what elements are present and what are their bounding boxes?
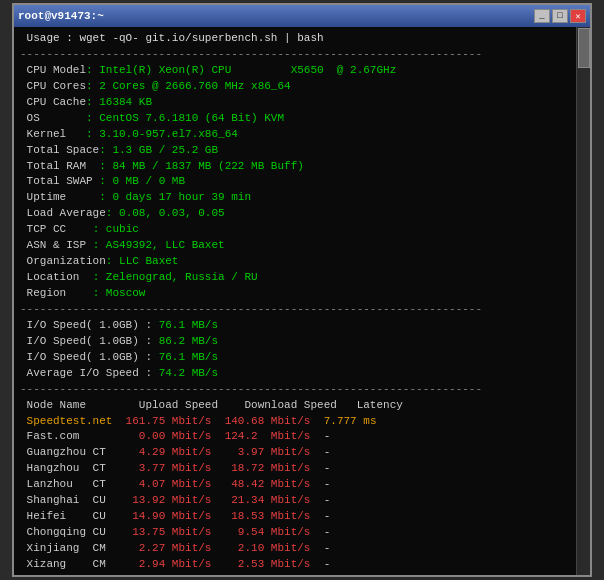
- table-row: Speedtest.net 161.75 Mbit/s 140.68 Mbit/…: [20, 414, 568, 430]
- speed-table: Speedtest.net 161.75 Mbit/s 140.68 Mbit/…: [20, 414, 568, 573]
- table-row: Lanzhou CT 4.07 Mbit/s 48.42 Mbit/s -: [20, 477, 568, 493]
- io-line: I/O Speed( 1.0GB) : 86.2 MB/s: [20, 334, 568, 350]
- separator-4: ----------------------------------------…: [20, 573, 568, 575]
- table-row: Xizang CM 2.94 Mbit/s 2.53 Mbit/s -: [20, 557, 568, 573]
- table-row: Shanghai CU 13.92 Mbit/s 21.34 Mbit/s -: [20, 493, 568, 509]
- io-line: Average I/O Speed : 74.2 MB/s: [20, 366, 568, 382]
- table-header: Node Name Upload Speed Download Speed La…: [20, 398, 568, 414]
- table-row: Xinjiang CM 2.27 Mbit/s 2.10 Mbit/s -: [20, 541, 568, 557]
- sysinfo-line: Organization: LLC Baxet: [20, 254, 568, 270]
- usage-line: Usage : wget -qO- git.io/superbench.sh |…: [20, 31, 568, 47]
- io-line: I/O Speed( 1.0GB) : 76.1 MB/s: [20, 318, 568, 334]
- table-row: Guangzhou CT 4.29 Mbit/s 3.97 Mbit/s -: [20, 445, 568, 461]
- sysinfo-line: Load Average: 0.08, 0.03, 0.05: [20, 206, 568, 222]
- sysinfo-line: Total SWAP : 0 MB / 0 MB: [20, 174, 568, 190]
- titlebar: root@v91473:~ _ □ ✕: [14, 5, 590, 27]
- sysinfo-line: Region : Moscow: [20, 286, 568, 302]
- sysinfo-line: ASN & ISP : AS49392, LLC Baxet: [20, 238, 568, 254]
- scrollbar[interactable]: [576, 27, 590, 575]
- system-info: CPU Model: Intel(R) Xeon(R) CPU X5650 @ …: [20, 63, 568, 302]
- minimize-button[interactable]: _: [534, 9, 550, 23]
- maximize-button[interactable]: □: [552, 9, 568, 23]
- table-header-row: Node Name Upload Speed Download Speed La…: [20, 398, 568, 414]
- terminal-content: Usage : wget -qO- git.io/superbench.sh |…: [20, 31, 584, 575]
- separator-1: ----------------------------------------…: [20, 47, 568, 63]
- separator-2: ----------------------------------------…: [20, 302, 568, 318]
- terminal-area[interactable]: Usage : wget -qO- git.io/superbench.sh |…: [14, 27, 590, 575]
- io-speeds: I/O Speed( 1.0GB) : 76.1 MB/s I/O Speed(…: [20, 318, 568, 382]
- table-row: Heifei CU 14.90 Mbit/s 18.53 Mbit/s -: [20, 509, 568, 525]
- sysinfo-line: CPU Cores: 2 Cores @ 2666.760 MHz x86_64: [20, 79, 568, 95]
- table-row: Hangzhou CT 3.77 Mbit/s 18.72 Mbit/s -: [20, 461, 568, 477]
- sysinfo-line: OS : CentOS 7.6.1810 (64 Bit) KVM: [20, 111, 568, 127]
- terminal-window: root@v91473:~ _ □ ✕ Usage : wget -qO- gi…: [12, 3, 592, 577]
- sysinfo-line: TCP CC : cubic: [20, 222, 568, 238]
- sysinfo-line: Uptime : 0 days 17 hour 39 min: [20, 190, 568, 206]
- window-controls: _ □ ✕: [534, 9, 586, 23]
- table-row: Chongqing CU 13.75 Mbit/s 9.54 Mbit/s -: [20, 525, 568, 541]
- separator-3: ----------------------------------------…: [20, 382, 568, 398]
- sysinfo-line: Location : Zelenograd, Russia / RU: [20, 270, 568, 286]
- table-row: Fast.com 0.00 Mbit/s 124.2 Mbit/s -: [20, 429, 568, 445]
- window-title: root@v91473:~: [18, 10, 104, 22]
- sysinfo-line: Total Space: 1.3 GB / 25.2 GB: [20, 143, 568, 159]
- scrollbar-thumb[interactable]: [578, 28, 590, 68]
- sysinfo-line: Total RAM : 84 MB / 1837 MB (222 MB Buff…: [20, 159, 568, 175]
- sysinfo-line: Kernel : 3.10.0-957.el7.x86_64: [20, 127, 568, 143]
- io-line: I/O Speed( 1.0GB) : 76.1 MB/s: [20, 350, 568, 366]
- sysinfo-line: CPU Model: Intel(R) Xeon(R) CPU X5650 @ …: [20, 63, 568, 79]
- sysinfo-line: CPU Cache: 16384 KB: [20, 95, 568, 111]
- close-button[interactable]: ✕: [570, 9, 586, 23]
